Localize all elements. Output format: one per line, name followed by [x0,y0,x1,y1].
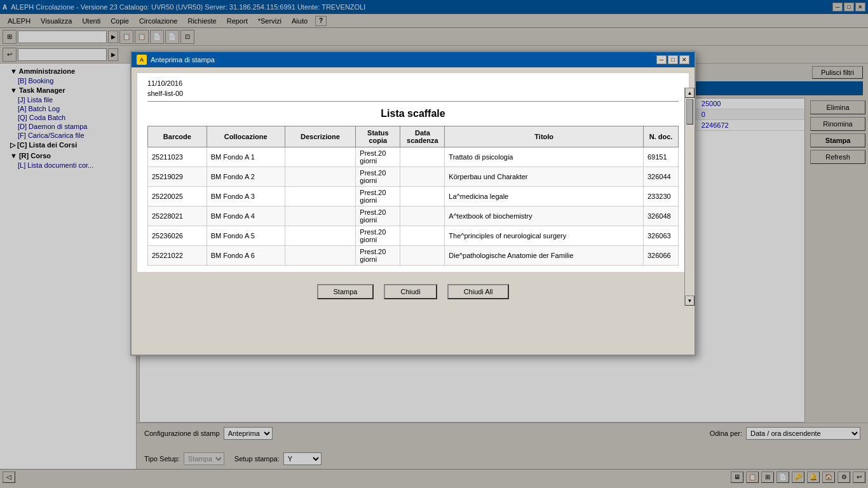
col-collocazione: Collocazione [207,126,285,147]
modal-table-title: Lista scaffale [147,108,679,119]
cell-collocazione: BM Fondo A 4 [207,207,285,226]
modal-minimize-button[interactable]: ─ [656,55,667,64]
cell-titolo: Trattato di psicologia [445,147,644,167]
modal-title-bar: A Anteprima di stampa ─ □ ✕ [132,52,695,67]
preview-row: 25211023 BM Fondo A 1 Prest.20 giorni Tr… [148,147,679,167]
modal-footer: Stampa Chiudi Chiudi All [132,278,695,306]
cell-barcode: 25220025 [148,187,207,207]
modal-title-left: A Anteprima di stampa [137,55,215,65]
preview-row: 25221022 BM Fondo A 6 Prest.20 giorni Di… [148,246,679,266]
cell-descrizione [285,167,356,187]
modal-window: A Anteprima di stampa ─ □ ✕ 11/10/2016 s… [130,51,696,356]
cell-data [400,187,445,207]
modal-chiudi-all-button[interactable]: Chiudi All [447,284,510,299]
preview-row: 25228021 BM Fondo A 4 Prest.20 giorni A^… [148,207,679,226]
modal-overlay: A Anteprima di stampa ─ □ ✕ 11/10/2016 s… [0,0,868,488]
cell-collocazione: BM Fondo A 5 [207,226,285,246]
cell-collocazione: BM Fondo A 1 [207,147,285,167]
modal-close-button[interactable]: ✕ [679,55,689,64]
modal-icon: A [137,55,147,65]
cell-collocazione: BM Fondo A 3 [207,187,285,207]
modal-chiudi-button[interactable]: Chiudi [384,284,437,299]
cell-descrizione [285,246,356,266]
cell-ndoc: 69151 [644,147,679,167]
modal-title: Anteprima di stampa [151,56,215,64]
modal-scrollbar: ▲ ▼ [684,88,695,306]
col-titolo: Titolo [445,126,644,147]
modal-scroll-thumb[interactable] [686,99,693,125]
modal-scroll-up[interactable]: ▲ [685,88,695,98]
modal-scroll-track [685,98,695,295]
cell-barcode: 25211023 [148,147,207,167]
modal-maximize-button[interactable]: □ [668,55,678,64]
cell-status: Prest.20 giorni [356,226,400,246]
cell-descrizione [285,147,356,167]
preview-row: 25219029 BM Fondo A 2 Prest.20 giorni Kö… [148,167,679,187]
col-status: Status copia [356,126,400,147]
cell-titolo: La^medicina legale [445,187,644,207]
cell-status: Prest.20 giorni [356,246,400,266]
modal-controls: ─ □ ✕ [656,55,689,64]
modal-stampa-button[interactable]: Stampa [317,284,374,299]
cell-titolo: A^textbook of biochemistry [445,207,644,226]
col-ndoc: N. doc. [644,126,679,147]
preview-table: Barcode Collocazione Descrizione Status … [147,126,679,266]
cell-status: Prest.20 giorni [356,147,400,167]
cell-descrizione [285,207,356,226]
cell-descrizione [285,187,356,207]
cell-ndoc: 326048 [644,207,679,226]
cell-barcode: 25221022 [148,246,207,266]
cell-ndoc: 233230 [644,187,679,207]
cell-ndoc: 326066 [644,246,679,266]
cell-status: Prest.20 giorni [356,187,400,207]
modal-filename: shelf-list-00 [147,90,679,97]
cell-status: Prest.20 giorni [356,167,400,187]
cell-ndoc: 326044 [644,167,679,187]
cell-ndoc: 326063 [644,226,679,246]
cell-titolo: The^principles of neurological surgery [445,226,644,246]
cell-collocazione: BM Fondo A 2 [207,167,285,187]
cell-status: Prest.20 giorni [356,207,400,226]
modal-date: 11/10/2016 [147,79,679,87]
cell-data [400,147,445,167]
col-data: Data scadenza [400,126,445,147]
cell-data [400,167,445,187]
cell-collocazione: BM Fondo A 6 [207,246,285,266]
col-descrizione: Descrizione [285,126,356,147]
preview-row: 25220025 BM Fondo A 3 Prest.20 giorni La… [148,187,679,207]
col-barcode: Barcode [148,126,207,147]
cell-data [400,246,445,266]
cell-titolo: Körperbau und Charakter [445,167,644,187]
cell-barcode: 25228021 [148,207,207,226]
cell-data [400,226,445,246]
cell-descrizione [285,226,356,246]
cell-barcode: 25219029 [148,167,207,187]
cell-titolo: Die^pathologische Anatomie der Familie [445,246,644,266]
modal-scroll-down[interactable]: ▼ [685,295,695,306]
cell-data [400,207,445,226]
preview-row: 25236026 BM Fondo A 5 Prest.20 giorni Th… [148,226,679,246]
cell-barcode: 25236026 [148,226,207,246]
